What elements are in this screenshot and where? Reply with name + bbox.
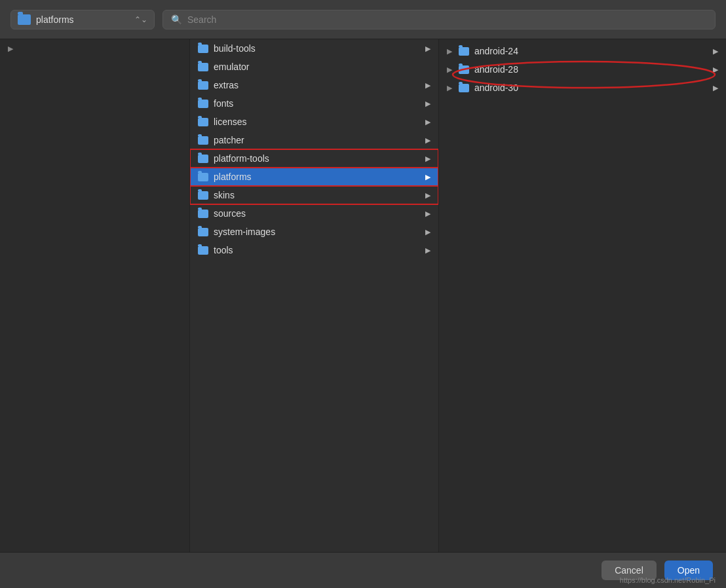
list-item[interactable]: build-tools ▶	[190, 39, 438, 58]
folder-icon	[198, 210, 208, 218]
chevron-right-icon: ▶	[425, 81, 430, 90]
item-label: android-28	[474, 64, 708, 75]
folder-icon	[198, 136, 208, 145]
chevron-updown-icon: ⌃⌄	[134, 15, 147, 24]
list-item[interactable]: fonts ▶	[190, 94, 438, 113]
collapse-arrow-icon: ▶	[447, 84, 452, 92]
item-label: android-24	[474, 46, 708, 56]
location-dropdown[interactable]: platforms ⌃⌄	[10, 10, 155, 29]
column-right: ▶ android-24 ▶ ▶ android-28 ▶ ▶ android-…	[439, 39, 726, 552]
chevron-right-icon: ▶	[713, 47, 718, 56]
collapse-arrow-icon: ▶	[447, 47, 452, 56]
folder-icon	[198, 81, 208, 90]
chevron-right-icon: ▶	[425, 136, 430, 145]
list-item[interactable]: tools ▶	[190, 241, 438, 259]
collapse-arrow-icon: ▶	[8, 45, 13, 53]
item-label: platforms	[214, 172, 420, 182]
column-left: ▶	[0, 39, 190, 552]
search-input[interactable]	[187, 14, 707, 25]
collapse-arrow-icon: ▶	[447, 65, 452, 74]
list-item-platform-tools[interactable]: platform-tools ▶	[190, 149, 438, 168]
item-label: sources	[214, 208, 420, 219]
list-item[interactable]: patcher ▶	[190, 131, 438, 149]
item-label: android-30	[474, 83, 708, 93]
list-item[interactable]: licenses ▶	[190, 113, 438, 131]
item-label: skins	[214, 190, 420, 200]
search-icon: 🔍	[171, 14, 182, 25]
item-label: emulator	[214, 62, 430, 72]
folder-icon	[198, 155, 208, 163]
folder-icon	[198, 45, 208, 53]
chevron-right-icon: ▶	[425, 173, 430, 181]
folder-icon	[198, 246, 208, 255]
item-label: system-images	[214, 227, 420, 237]
list-item[interactable]: emulator	[190, 58, 438, 76]
item-label: build-tools	[214, 43, 420, 54]
chevron-right-icon: ▶	[425, 246, 430, 255]
folder-icon	[459, 84, 469, 92]
item-label: licenses	[214, 117, 420, 127]
folder-icon	[198, 173, 208, 181]
list-item-android-24[interactable]: ▶ android-24 ▶	[439, 42, 726, 60]
folder-icon	[198, 191, 208, 200]
item-label: platform-tools	[214, 153, 420, 164]
file-browser: ▶ build-tools ▶ emulator extras ▶	[0, 39, 726, 552]
chevron-right-icon: ▶	[425, 228, 430, 236]
item-label: tools	[214, 245, 420, 255]
url-text: https://blog.csdn.net/Robin_Pi	[620, 576, 716, 584]
folder-icon	[459, 47, 469, 56]
chevron-right-icon: ▶	[425, 210, 430, 218]
list-item[interactable]: system-images ▶	[190, 223, 438, 241]
item-label: patcher	[214, 135, 420, 145]
folder-icon	[198, 100, 208, 108]
list-item[interactable]: extras ▶	[190, 76, 438, 94]
folder-icon	[18, 14, 31, 25]
search-box: 🔍	[162, 10, 716, 29]
left-collapse: ▶	[0, 39, 189, 58]
column-mid: build-tools ▶ emulator extras ▶ fonts ▶	[190, 39, 439, 552]
folder-icon	[459, 65, 469, 74]
list-item-platforms[interactable]: platforms ▶	[190, 168, 438, 186]
list-item-skins[interactable]: skins ▶	[190, 186, 438, 204]
folder-icon	[198, 63, 208, 71]
list-item[interactable]: sources ▶	[190, 204, 438, 223]
chevron-right-icon: ▶	[425, 191, 430, 200]
location-label: platforms	[36, 14, 129, 25]
file-dialog: platforms ⌃⌄ 🔍 ▶ build-tools ▶	[0, 0, 726, 588]
toolbar: platforms ⌃⌄ 🔍	[0, 0, 726, 39]
chevron-right-icon: ▶	[425, 118, 430, 126]
bottom-bar: https://blog.csdn.net/Robin_Pi Cancel Op…	[0, 552, 726, 588]
item-label: fonts	[214, 98, 420, 109]
list-item-android-30[interactable]: ▶ android-30 ▶	[439, 79, 726, 97]
chevron-right-icon: ▶	[713, 84, 718, 92]
list-item-android-28[interactable]: ▶ android-28 ▶	[439, 60, 726, 79]
folder-icon	[198, 228, 208, 236]
chevron-right-icon: ▶	[425, 100, 430, 108]
chevron-right-icon: ▶	[425, 155, 430, 163]
chevron-right-icon: ▶	[425, 45, 430, 53]
folder-icon	[198, 118, 208, 126]
item-label: extras	[214, 80, 420, 90]
chevron-right-icon: ▶	[713, 65, 718, 74]
